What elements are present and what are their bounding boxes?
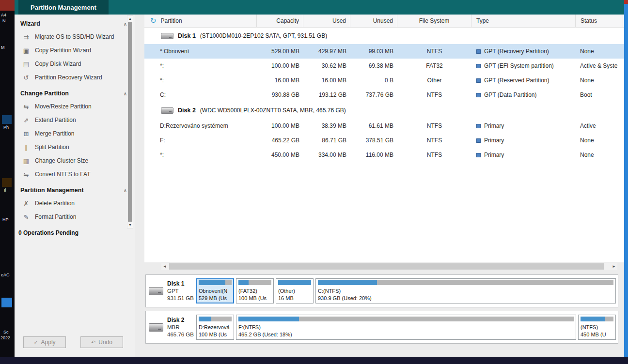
sidebar-sections: Wizard∧⇉Migrate OS to SSD/HD Wizard▣Copy… [15, 15, 135, 224]
disk-panel-text: Disk 2MBR465.76 GB [167, 317, 194, 338]
illustrator-icon[interactable] [2, 178, 12, 187]
tab-partition-management[interactable]: Partition Management [18, 0, 109, 15]
cell-unused: 99.03 MB [350, 44, 397, 59]
table-row[interactable]: D:Rezervováno systémem100.00 MB38.39 MB6… [144, 119, 624, 133]
partition-block[interactable]: D:Rezervová100 MB (Us [196, 315, 234, 340]
partition-block[interactable]: F:(NTFS)465.2 GB (Used: 18%) [236, 315, 576, 340]
h-scrollbar-thumb[interactable] [169, 263, 604, 270]
cell-text: 16.00 MB [275, 77, 299, 84]
sidebar-item-change-cluster[interactable]: ▦Change Cluster Size [15, 154, 135, 167]
partition-block[interactable]: (FAT32)100 MB (Us [236, 278, 274, 303]
cell-partition: C: [144, 88, 257, 102]
cell-type: GPT (EFI System partition) [471, 59, 576, 73]
h-scrollbar-track[interactable] [168, 263, 611, 270]
cell-capacity: 930.88 GB [257, 88, 303, 102]
cell-fs: NTFS [397, 148, 471, 162]
partition-type-icon [476, 64, 481, 68]
usage-bar [199, 280, 232, 285]
sidebar-item-merge-partition[interactable]: ⊞Merge Partition [15, 127, 135, 140]
scroll-left-arrow-icon[interactable]: ◄ [161, 264, 168, 269]
column-header-file-system[interactable]: File System [397, 15, 471, 27]
partition-block[interactable]: (NTFS)450 MB (U [578, 315, 616, 340]
cell-text: 334.00 MB [318, 152, 346, 158]
cell-text: Active & Syste [580, 62, 617, 69]
scroll-down-arrow-icon[interactable]: ▼ [127, 222, 133, 228]
desktop-icon-label: A4 [1, 13, 6, 17]
disk-panel-info: Disk 2MBR465.76 GB [146, 317, 196, 338]
cell-type: Primary [471, 148, 576, 162]
disk-group-header[interactable]: Disk 1(ST1000DM010-2EP102 SATA, GPT, 931… [144, 28, 624, 44]
sidebar-item-delete-partition[interactable]: ✗Delete Partition [15, 197, 135, 210]
sidebar-scrollbar[interactable]: ▲ ▼ [127, 15, 133, 228]
partition-block[interactable]: Obnovení(N529 MB (Us [196, 278, 234, 303]
sidebar-item-label: Extend Partition [35, 117, 76, 123]
column-header-partition[interactable]: ↻Partition [144, 15, 257, 27]
sidebar-item-copy-disk[interactable]: ▤Copy Disk Wizard [15, 57, 135, 71]
table-row[interactable]: *:100.00 MB30.62 MB69.38 MBFAT32GPT (EFI… [144, 59, 624, 73]
cell-text: None [580, 137, 594, 144]
app-window: Partition Management Wizard∧⇉Migrate OS … [15, 0, 624, 357]
copy-disk-icon: ▤ [22, 61, 30, 68]
scroll-up-arrow-icon[interactable]: ▲ [127, 16, 133, 22]
apply-button[interactable]: ✓ Apply [23, 336, 66, 348]
cell-text: 429.97 MB [318, 48, 346, 55]
refresh-icon[interactable]: ↻ [150, 16, 157, 25]
usage-fill [199, 280, 225, 285]
scroll-right-arrow-icon[interactable]: ► [611, 264, 617, 269]
usage-fill [238, 280, 249, 285]
disk-name: Disk 1 [167, 280, 194, 288]
cell-text: Primary [484, 152, 504, 158]
partition-block[interactable]: C:(NTFS)930.9 GB (Used: 20%) [315, 278, 616, 303]
apply-button-label: Apply [41, 339, 56, 346]
section-header-wizard[interactable]: Wizard∧ [15, 15, 135, 30]
table-row[interactable]: *:16.00 MB16.00 MB0 BOtherGPT (Reserved … [144, 73, 624, 88]
app-icon[interactable] [1, 298, 12, 307]
column-header-capacity[interactable]: Capacity [257, 15, 303, 27]
cell-used: 86.71 GB [303, 133, 350, 148]
usage-bar [199, 317, 232, 321]
column-header-unused[interactable]: Unused [350, 15, 397, 27]
sidebar-scrollbar-thumb[interactable] [128, 22, 132, 222]
sidebar-item-convert-ntfs[interactable]: ⇋Convert NTFS to FAT [15, 167, 135, 181]
section-title: Change Partition [20, 90, 69, 97]
cell-text: FAT32 [426, 62, 442, 69]
sidebar-item-copy-partition[interactable]: ▣Copy Partition Wizard [15, 44, 135, 57]
usage-bar [318, 280, 613, 285]
sidebar-item-format-partition[interactable]: ✎Format Partition [15, 210, 135, 224]
sidebar-item-split-partition[interactable]: ∥Split Partition [15, 140, 135, 154]
cell-used: 16.00 MB [303, 73, 350, 88]
desktop-icon-label: Il [4, 188, 6, 193]
desktop-red-area[interactable] [0, 0, 15, 11]
disk-panel: Disk 2MBR465.76 GBD:Rezervová100 MB (UsF… [145, 311, 618, 344]
table-horizontal-scrollbar[interactable]: ◄ ► [161, 263, 617, 270]
photoshop-icon[interactable] [2, 115, 12, 124]
disk-panel: Disk 1GPT931.51 GBObnovení(N529 MB (Us(F… [145, 274, 618, 307]
table-row[interactable]: F:465.22 GB86.71 GB378.51 GBNTFSPrimaryN… [144, 133, 624, 148]
section-header-change-partition[interactable]: Change Partition∧ [15, 85, 135, 100]
section-header-partition-management[interactable]: Partition Management∧ [15, 182, 135, 197]
sidebar-item-partition-recovery[interactable]: ↺Partition Recovery Wizard [15, 71, 135, 84]
disk-group-header[interactable]: Disk 2(WDC WD5000LPLX-00ZNTT0 SATA, MBR,… [144, 102, 624, 119]
cell-partition: *: [144, 59, 257, 73]
taskbar[interactable] [0, 357, 628, 364]
partition-block-size: 465.2 GB (Used: 18%) [238, 331, 574, 338]
sidebar-item-extend-partition[interactable]: ⇗Extend Partition [15, 113, 135, 127]
column-header-status[interactable]: Status [576, 15, 623, 27]
sidebar-item-move-resize[interactable]: ⇆Move/Resize Partition [15, 100, 135, 113]
undo-button[interactable]: ↶ Undo [80, 336, 123, 348]
disk-name: Disk 2 [167, 317, 194, 324]
cell-fs: NTFS [397, 44, 471, 59]
table-row[interactable]: *:Obnovení529.00 MB429.97 MB99.03 MBNTFS… [144, 44, 624, 59]
column-label: Status [581, 17, 597, 24]
undo-button-label: Undo [98, 339, 112, 346]
cell-fs: NTFS [397, 119, 471, 133]
table-row[interactable]: *:450.00 MB334.00 MB116.00 MBNTFSPrimary… [144, 148, 624, 162]
desktop-background-right [624, 0, 628, 364]
partition-block[interactable]: (Other)16 MB [276, 278, 314, 303]
cell-text: F: [160, 137, 165, 144]
column-header-used[interactable]: Used [303, 15, 350, 27]
table-row[interactable]: C:930.88 GB193.12 GB737.76 GBNTFSGPT (Da… [144, 88, 624, 102]
disk-info: (ST1000DM010-2EP102 SATA, GPT, 931.51 GB… [200, 32, 327, 39]
column-header-type[interactable]: Type [471, 15, 576, 27]
sidebar-item-migrate-os[interactable]: ⇉Migrate OS to SSD/HD Wizard [15, 30, 135, 44]
